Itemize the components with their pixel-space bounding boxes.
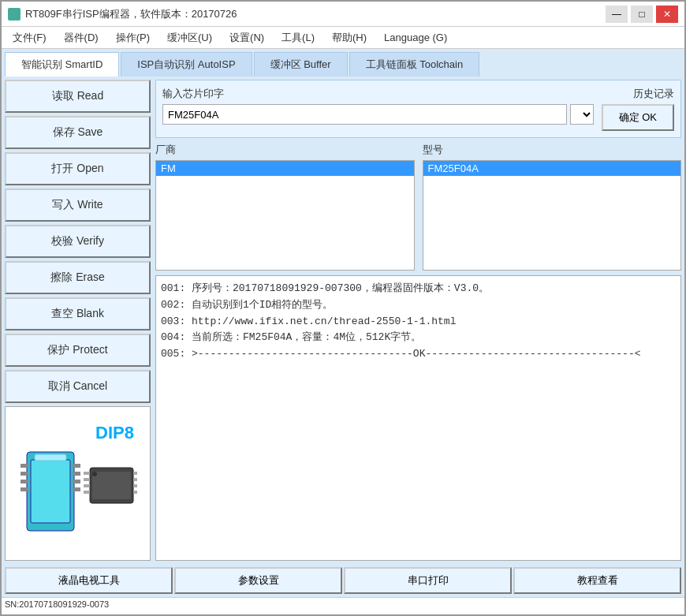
bottom-bar: 液晶电视工具参数设置串口打印教程查看: [2, 564, 684, 597]
svg-rect-20: [133, 491, 137, 494]
svg-point-21: [92, 472, 97, 476]
tutorial-button[interactable]: 教程查看: [513, 567, 681, 594]
read-button[interactable]: 读取 Read: [5, 80, 151, 113]
param-settings-button[interactable]: 参数设置: [174, 567, 342, 594]
dip8-label: DIP8: [95, 423, 134, 443]
menu-item-操作(P)[interactable]: 操作(P): [108, 28, 158, 47]
menu-item-设置(N)[interactable]: 设置(N): [222, 28, 272, 47]
svg-rect-4: [21, 480, 28, 483]
menu-item-器件(D)[interactable]: 器件(D): [56, 28, 106, 47]
history-label: 历史记录: [633, 87, 674, 101]
menu-item-帮助(H)[interactable]: 帮助(H): [324, 28, 375, 47]
svg-rect-13: [84, 472, 90, 475]
title-controls: — □ ✕: [606, 6, 678, 23]
tab-1[interactable]: ISP自动识别 AutoISP: [121, 52, 252, 77]
log-line: 001: 序列号：20170718091929-007300，编程器固件版本：V…: [161, 281, 676, 297]
svg-rect-5: [21, 487, 28, 491]
ok-button[interactable]: 确定 OK: [602, 104, 674, 131]
blank-button[interactable]: 查空 Blank: [5, 297, 151, 330]
main-content: 读取 Read保存 Save打开 Open写入 Write校验 Verify擦除…: [2, 77, 684, 564]
svg-rect-18: [133, 478, 137, 481]
tabs-bar: 智能识别 SmartIDISP自动识别 AutoISP缓冲区 Buffer工具链…: [2, 49, 684, 77]
svg-rect-19: [133, 484, 137, 487]
log-line: 004: 当前所选：FM25F04A，容量：4M位，512K字节。: [161, 330, 676, 346]
verify-button[interactable]: 校验 Verify: [5, 225, 151, 258]
menu-item-Language (G)[interactable]: Language (G): [376, 29, 455, 46]
device-image-box: DIP8: [5, 406, 151, 561]
svg-rect-1: [31, 460, 70, 523]
svg-rect-16: [84, 491, 90, 494]
model-label: 型号: [423, 143, 682, 157]
top-section: 输入芯片印字 历史记录 确定 OK: [155, 80, 681, 138]
open-button[interactable]: 打开 Open: [5, 152, 151, 185]
chip-label: 输入芯片印字: [162, 87, 594, 101]
svg-rect-9: [73, 487, 80, 491]
vendor-list-item-fm[interactable]: FM: [156, 161, 414, 176]
log-line: 002: 自动识别到1个ID相符的型号。: [161, 297, 676, 314]
left-panel: 读取 Read保存 Save打开 Open写入 Write校验 Verify擦除…: [5, 80, 151, 561]
chip-input-group: 输入芯片印字: [162, 87, 594, 125]
protect-button[interactable]: 保护 Protect: [5, 334, 151, 367]
svg-rect-14: [84, 478, 90, 481]
menu-item-工具(L)[interactable]: 工具(L): [274, 28, 322, 47]
menu-bar: 文件(F)器件(D)操作(P)缓冲区(U)设置(N)工具(L)帮助(H)Lang…: [2, 27, 684, 49]
chip-input-row: [162, 104, 594, 125]
vendor-label: 厂商: [155, 143, 415, 157]
history-dropdown[interactable]: [570, 104, 594, 125]
close-button[interactable]: ✕: [656, 6, 678, 23]
maximize-button[interactable]: □: [631, 6, 653, 23]
svg-rect-15: [84, 484, 90, 487]
tab-3[interactable]: 工具链面板 Toolchain: [349, 52, 480, 77]
log-area: 001: 序列号：20170718091929-007300，编程器固件版本：V…: [155, 275, 681, 561]
cancel-button[interactable]: 取消 Cancel: [5, 370, 151, 403]
title-bar: RT809F串行ISP编程器，软件版本：20170726 — □ ✕: [2, 2, 684, 27]
title-bar-left: RT809F串行ISP编程器，软件版本：20170726: [8, 7, 237, 21]
right-panel: 输入芯片印字 历史记录 确定 OK 厂商: [155, 80, 681, 561]
sn-bar: SN:20170718091929-0073: [2, 597, 684, 614]
svg-rect-7: [73, 472, 80, 476]
svg-rect-2: [21, 464, 28, 468]
vendor-box: 厂商 FM: [155, 143, 415, 271]
write-button[interactable]: 写入 Write: [5, 189, 151, 222]
svg-rect-17: [133, 472, 137, 475]
history-group: 历史记录 确定 OK: [602, 87, 674, 131]
chip-text-input[interactable]: [162, 104, 567, 125]
window-title: RT809F串行ISP编程器，软件版本：20170726: [25, 7, 237, 21]
erase-button[interactable]: 擦除 Erase: [5, 261, 151, 294]
menu-item-缓冲区(U)[interactable]: 缓冲区(U): [159, 28, 220, 47]
vendor-list[interactable]: FM: [155, 160, 415, 271]
tab-0[interactable]: 智能识别 SmartID: [5, 52, 119, 77]
main-window: RT809F串行ISP编程器，软件版本：20170726 — □ ✕ 文件(F)…: [0, 0, 686, 616]
serial-print-button[interactable]: 串口打印: [344, 567, 512, 594]
log-line: 005: >----------------------------------…: [161, 346, 676, 363]
svg-rect-8: [73, 480, 80, 483]
save-button[interactable]: 保存 Save: [5, 116, 151, 149]
svg-rect-10: [35, 454, 66, 461]
lcd-tv-tool-button[interactable]: 液晶电视工具: [5, 567, 173, 594]
svg-rect-12: [92, 472, 131, 499]
svg-rect-6: [73, 464, 80, 468]
svg-rect-3: [21, 472, 28, 476]
model-list[interactable]: FM25F04A: [423, 160, 682, 271]
app-icon: [8, 8, 21, 21]
model-box: 型号 FM25F04A: [423, 143, 682, 271]
vendor-model-section: 厂商 FM 型号 FM25F04A: [155, 143, 681, 271]
menu-item-文件(F)[interactable]: 文件(F): [5, 28, 54, 47]
log-line: 003: http://www.ifix.net.cn/thread-2550-…: [161, 314, 676, 330]
minimize-button[interactable]: —: [606, 6, 628, 23]
tab-2[interactable]: 缓冲区 Buffer: [254, 52, 348, 77]
model-list-item-fm25f04a[interactable]: FM25F04A: [423, 161, 681, 176]
